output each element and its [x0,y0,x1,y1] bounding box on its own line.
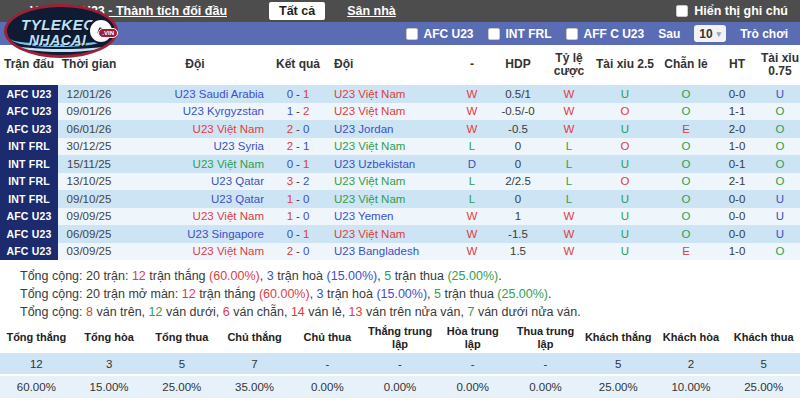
away-score: 2 [303,175,309,187]
score: 2-0 [270,243,326,261]
score-separator: - [296,140,300,152]
games-label: Trò chơi [740,27,788,41]
league-badge: AFC U23 [0,85,58,103]
stats-percent-cell: 15.00% [73,381,146,393]
odds-result: W [546,225,592,243]
match-row[interactable]: AFC U2309/09/25U23 Việt Nam1-0U23 YemenW… [0,208,800,226]
text-segment: , [310,287,317,301]
result-letter: L [454,190,490,208]
away-score: 1 [303,88,309,100]
odds-result: W [546,120,592,138]
away-team-name: U23 Jordan [326,120,454,138]
stats-percent-cell: 0.00% [364,381,437,393]
score: 0-1 [270,85,326,103]
halftime-score: 0-0 [714,85,760,103]
over-under-0-75: U [760,225,800,243]
match-count-select[interactable]: 10 ▾ [694,25,726,42]
score-separator: - [296,175,300,187]
afc-u23-label: AFC U23 [424,27,474,41]
match-date: 09/09/25 [58,208,120,226]
text-segment: trận hoà [274,269,327,283]
home-team-name: U23 Singapore [120,225,270,243]
site-logo[interactable]: TYLEKEO NHACAI .VIN [4,4,118,58]
odds-result: W [546,208,592,226]
halftime-score: 0-0 [714,208,760,226]
handicap-value: -1.5 [490,225,546,243]
match-date: 15/11/25 [58,155,120,173]
show-notes-checkbox[interactable] [676,5,688,17]
stats-count-cell: 7 [218,358,291,370]
history-table-header: Trận đấu Thời gian Đội Kết quả Đội - HDP… [0,45,800,85]
stats-count-cell: 2 [655,358,728,370]
odd-even: E [658,243,714,261]
match-row[interactable]: AFC U2309/01/26U23 Kyrgyzstan1-2U23 Việt… [0,103,800,121]
match-row[interactable]: AFC U2303/09/25U23 Việt Nam2-0U23 Bangla… [0,243,800,261]
odd-even: O [658,138,714,156]
match-row[interactable]: AFC U2306/09/25U23 Singapore0-1U23 Việt … [0,225,800,243]
stats-header-cell: Tổng hòa [73,331,146,344]
match-row[interactable]: INT FRL09/10/25U23 Qatar1-0U23 Việt NamL… [0,190,800,208]
handicap-value: 1.5 [490,243,546,261]
away-team-name: U23 Việt Nam [326,103,454,121]
over-under-2-5: O [592,173,658,191]
header-ou-0-75: Tài xỉu 0.75 [760,52,800,78]
text-segment: (15.00%) [327,269,378,283]
over-under-0-75: U [760,190,800,208]
odd-even: O [658,155,714,173]
match-row[interactable]: INT FRL15/11/25U23 Việt Nam0-1U23 Uzbeki… [0,155,800,173]
home-team-name: U23 Saudi Arabia [120,85,270,103]
odds-result: W [546,243,592,261]
aff-c-u23-checkbox[interactable] [566,28,578,40]
match-row[interactable]: INT FRL30/12/25U23 Syria2-1U23 Việt NamL… [0,138,800,156]
stats-percent-cell: 0.00% [436,381,509,393]
summary-line: Tổng cộng: 20 trận mở màn: 12 trận thắng… [20,285,800,303]
match-date: 06/09/25 [58,225,120,243]
stats-header-cell: Chủ thua [291,331,364,344]
stats-header-cell: Tổng thua [145,331,218,344]
over-under-0-75: O [760,243,800,261]
int-frl-checkbox[interactable] [488,28,500,40]
handicap-value: 0 [490,155,546,173]
stats-percent-cell: 60.00% [0,381,73,393]
logo-vin-badge: .VIN [98,28,118,38]
home-team-name: U23 Việt Nam [120,208,270,226]
over-under-2-5: U [592,243,658,261]
stats-percent-cell: 0.00% [291,381,364,393]
filter-aff-c-u23[interactable]: AFF C U23 [566,27,645,41]
result-letter: D [454,155,490,173]
halftime-score: 0-0 [714,190,760,208]
away-team-name: U23 Việt Nam [326,173,454,191]
logo-text-line2: NHACAI [29,32,86,48]
tab-home-venue[interactable]: Sân nhà [347,4,396,18]
away-team-name: U23 Việt Nam [326,138,454,156]
over-under-0-75: O [760,120,800,138]
match-row[interactable]: INT FRL13/10/25U23 Qatar3-2U23 Việt NamL… [0,173,800,191]
match-date: 30/12/25 [58,138,120,156]
text-segment: ván dưới nửa ván. [474,305,580,319]
handicap-value: 0 [490,190,546,208]
handicap-value: -0.5/-0 [490,103,546,121]
filter-afc-u23[interactable]: AFC U23 [406,27,474,41]
score-separator: - [296,245,300,257]
stats-count-cell: 5 [582,358,655,370]
away-score: 1 [303,228,309,240]
text-segment: ván trên, [93,305,149,319]
over-under-2-5: U [592,120,658,138]
match-row[interactable]: AFC U2312/01/26U23 Saudi Arabia0-1U23 Vi… [0,85,800,103]
match-row[interactable]: AFC U2306/01/26U23 Việt Nam2-0U23 Jordan… [0,120,800,138]
filter-int-frl[interactable]: INT FRL [488,27,552,41]
text-segment: ván chẵn, [230,305,291,319]
history-rows: AFC U2312/01/26U23 Saudi Arabia0-1U23 Vi… [0,85,800,260]
home-score: 2 [287,245,293,257]
home-team-name: U23 Kyrgyzstan [120,103,270,121]
header-away-team: Đội [326,58,454,71]
league-badge: AFC U23 [0,103,58,121]
after-label: Sau [658,27,680,41]
tab-all[interactable]: Tất cả [269,2,325,20]
stats-percents-row: 60.00%15.00%25.00%35.00%0.00%0.00%0.00%0… [0,376,800,398]
odd-even: O [658,173,714,191]
score: 3-2 [270,173,326,191]
away-score: 0 [303,210,309,222]
home-team-name: U23 Qatar [120,173,270,191]
afc-u23-checkbox[interactable] [406,28,418,40]
